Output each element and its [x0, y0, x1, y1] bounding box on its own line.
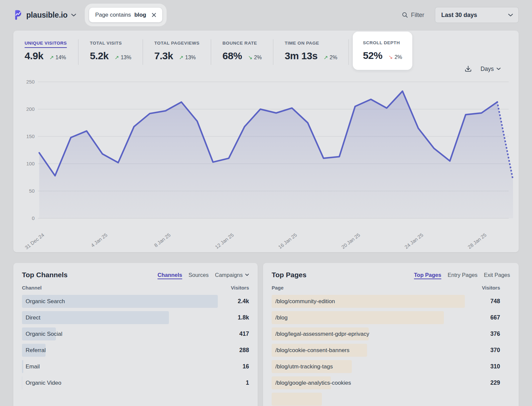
tab-entry-pages[interactable]: Entry Pages — [448, 272, 477, 278]
date-range-select[interactable]: Last 30 days — [435, 7, 519, 23]
y-axis-tick: 50 — [29, 188, 35, 194]
tab-sources[interactable]: Sources — [189, 272, 209, 278]
site-switcher[interactable]: plausible.io — [13, 10, 76, 20]
y-axis-tick: 0 — [32, 215, 35, 221]
metric-unique-visitors[interactable]: UNIQUE VISITORS4.9k↗14% — [25, 39, 78, 65]
column-header-page: Page — [272, 285, 284, 291]
row-label: Direct — [26, 309, 40, 326]
close-icon[interactable] — [152, 13, 156, 17]
tab-campaigns[interactable]: Campaigns — [215, 272, 249, 278]
top-channels-panel: Top Channels ChannelsSourcesCampaigns Ch… — [13, 263, 258, 406]
chart-controls: Days — [465, 65, 501, 73]
tab-top-pages[interactable]: Top Pages — [414, 272, 441, 278]
download-icon[interactable] — [465, 65, 472, 73]
breakdown-panels: Top Channels ChannelsSourcesCampaigns Ch… — [13, 263, 519, 406]
metric-label: UNIQUE VISITORS — [25, 41, 67, 46]
row-value: 748 — [490, 293, 500, 309]
row-label: /blog — [275, 309, 288, 326]
row-value: 376 — [490, 326, 500, 342]
metric-delta: ↘2% — [248, 54, 262, 61]
filter-button[interactable]: Filter — [402, 12, 424, 19]
row-value: 417 — [239, 326, 249, 342]
metric-value: 5.2k — [90, 50, 108, 62]
x-axis-tick: 16 Jan 25 — [277, 232, 298, 250]
trend-arrow-icon: ↗ — [49, 54, 54, 61]
metric-delta-value: 2% — [394, 54, 402, 60]
channels-rows: Organic Search2.4kDirect1.8kOrganic Soci… — [22, 293, 249, 391]
metric-total-pageviews[interactable]: TOTAL PAGEVIEWS7.3k↗13% — [143, 39, 211, 65]
metric-delta: ↗2% — [324, 54, 337, 61]
value-bar — [272, 393, 322, 406]
chevron-down-icon — [508, 14, 513, 17]
row-value: 288 — [239, 342, 249, 358]
table-row-blog-utm-tracking-tags[interactable]: /blog/utm-tracking-tags310 — [272, 358, 510, 375]
metric-total-visits[interactable]: TOTAL VISITS5.2k↗13% — [78, 39, 143, 65]
metric-delta-value: 14% — [56, 55, 66, 61]
table-row-organic-social[interactable]: Organic Social417 — [22, 326, 249, 342]
date-range-value: Last 30 days — [441, 12, 477, 19]
row-label: /blog/cookie-consent-banners — [275, 342, 349, 358]
pages-rows: /blog/community-edition748/blog667/blog/… — [272, 293, 510, 406]
tab-exit-pages[interactable]: Exit Pages — [484, 272, 510, 278]
metric-bounce-rate[interactable]: BOUNCE RATE68%↘2% — [211, 39, 273, 65]
trend-arrow-icon: ↗ — [115, 54, 119, 61]
site-name: plausible.io — [26, 11, 67, 20]
metrics-row: UNIQUE VISITORS4.9k↗14%TOTAL VISITS5.2k↗… — [13, 31, 519, 70]
table-row-email[interactable]: Email16 — [22, 358, 249, 375]
filter-chip-value: blog — [134, 12, 146, 18]
filter-button-label: Filter — [411, 12, 424, 19]
row-value: 1 — [246, 375, 249, 391]
table-row-direct[interactable]: Direct1.8k — [22, 309, 249, 326]
row-value: 16 — [243, 358, 249, 375]
y-axis-tick: 200 — [26, 106, 35, 112]
row-value: 370 — [490, 342, 500, 358]
table-row-blog-community-edition[interactable]: /blog/community-edition748 — [272, 293, 510, 309]
metric-label: TIME ON PAGE — [285, 41, 337, 46]
table-row-blog-cookie-consent-banners[interactable]: /blog/cookie-consent-banners370 — [272, 342, 510, 358]
row-label: /blog/community-edition — [275, 293, 335, 309]
x-axis-tick: 28 Jan 25 — [466, 232, 487, 250]
row-label: Email — [26, 358, 40, 375]
search-icon — [402, 12, 408, 18]
column-header-channel: Channel — [22, 285, 42, 291]
table-row-referral[interactable]: Referral288 — [22, 342, 249, 358]
plausible-logo-icon — [13, 10, 23, 20]
top-pages-panel: Top Pages Top PagesEntry PagesExit Pages… — [263, 263, 519, 406]
metric-delta-value: 13% — [185, 55, 196, 61]
table-row-partial[interactable] — [272, 391, 510, 406]
metric-time-on-page[interactable]: TIME ON PAGE3m 13s↗2% — [273, 39, 349, 65]
interval-select[interactable]: Days — [480, 66, 501, 73]
metric-scroll-depth[interactable]: SCROLL DEPTH52%↘2% — [353, 32, 412, 70]
row-label: Organic Video — [26, 375, 61, 391]
metric-delta: ↘2% — [388, 54, 402, 60]
table-row-blog[interactable]: /blog667 — [272, 309, 510, 326]
chevron-down-icon — [71, 14, 76, 17]
table-row-organic-video[interactable]: Organic Video1 — [22, 375, 249, 391]
table-row-blog-legal-assessment-gdpr-eprivacy[interactable]: /blog/legal-assessment-gdpr-eprivacy376 — [272, 326, 510, 342]
top-channels-title: Top Channels — [22, 271, 67, 279]
filter-chip[interactable]: Page contains blog — [89, 8, 162, 22]
table-row-blog-google-analytics-cookies[interactable]: /blog/google-analytics-cookies229 — [272, 375, 510, 391]
table-row-organic-search[interactable]: Organic Search2.4k — [22, 293, 249, 309]
x-axis-tick: 4 Jan 25 — [90, 232, 108, 248]
top-bar: plausible.io Page contains blog Filter L… — [0, 0, 532, 30]
analytics-panel: UNIQUE VISITORS4.9k↗14%TOTAL VISITS5.2k↗… — [13, 31, 519, 252]
value-bar — [272, 311, 444, 324]
metric-delta: ↗13% — [115, 54, 131, 61]
trend-arrow-icon: ↗ — [324, 54, 328, 61]
top-pages-tabs: Top PagesEntry PagesExit Pages — [414, 272, 510, 278]
column-header-visitors: Visitors — [231, 285, 249, 291]
metric-label: BOUNCE RATE — [222, 41, 262, 46]
tab-channels[interactable]: Channels — [158, 272, 182, 278]
metric-label: TOTAL PAGEVIEWS — [154, 41, 200, 46]
row-value: 2.4k — [238, 293, 249, 309]
metric-value: 68% — [222, 50, 242, 62]
top-channels-tabs: ChannelsSourcesCampaigns — [158, 272, 249, 278]
x-axis-tick: 24 Jan 25 — [403, 232, 424, 250]
visitors-area-chart[interactable]: 05010015020025031 Dec 244 Jan 258 Jan 25… — [13, 76, 519, 252]
row-label: Organic Search — [26, 293, 65, 309]
y-axis-tick: 250 — [26, 79, 35, 85]
row-label: Organic Social — [26, 326, 63, 342]
filter-chip-text: Page contains — [95, 12, 131, 18]
metric-delta: ↗13% — [179, 54, 196, 61]
